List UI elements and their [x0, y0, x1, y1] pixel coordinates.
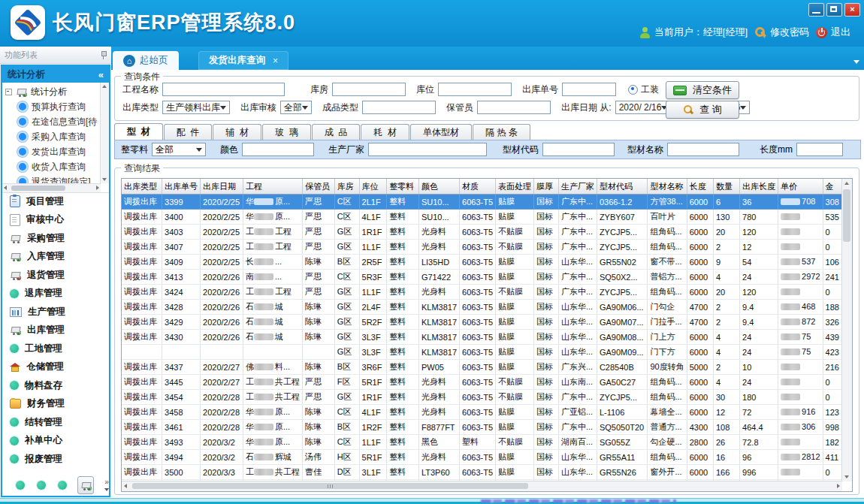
column-header[interactable]: 表面处理: [496, 179, 534, 195]
table-row[interactable]: 调拨出库34612020/2/28华原...陈琳B区1R2F整料F8877FT6…: [122, 420, 842, 435]
radio-selected-icon[interactable]: [628, 85, 638, 95]
scrollbar-thumb[interactable]: [132, 483, 528, 489]
profile-name-input[interactable]: [667, 143, 739, 156]
column-header[interactable]: 型材名称: [648, 179, 687, 195]
table-row[interactable]: 调拨出库34302020/2/26石城陈琳G区3L3F整料KLM38176063…: [122, 330, 842, 345]
material-tab[interactable]: 辅 材: [213, 124, 261, 140]
column-header[interactable]: 材质: [460, 179, 496, 195]
column-header[interactable]: 库房: [334, 179, 359, 195]
table-row[interactable]: 调拨出库34292020/2/26石城陈琳G区5R2F整料KLM38176063…: [122, 315, 842, 330]
tab-list-dropdown-icon[interactable]: [853, 60, 859, 64]
close-button[interactable]: ×: [844, 3, 860, 17]
table-row[interactable]: 调拨出库34372020/2/27佛料...陈琳B区3R6F整料PW056063…: [122, 360, 842, 375]
tab-home[interactable]: 起始页: [113, 51, 179, 70]
table-row[interactable]: 调拨出库34092020/2/25长...陈琳B区2R5F整料LI35HD606…: [122, 255, 842, 270]
radio-gongzhuang[interactable]: 工装: [628, 83, 659, 96]
sidebar-menu-item[interactable]: 出库管理: [2, 321, 109, 340]
material-tab[interactable]: 隔 热 条: [473, 124, 530, 140]
column-header[interactable]: 型材代码: [597, 179, 648, 195]
search-button[interactable]: 查 询: [666, 101, 739, 119]
table-row[interactable]: 调拨出库33992020/2/25华原...严思C区2L1F整料SU10...6…: [122, 195, 842, 210]
tree-item[interactable]: 发货出库查询: [5, 144, 100, 159]
tab-close-icon[interactable]: ×: [273, 56, 278, 66]
location-input[interactable]: [438, 83, 512, 96]
table-row[interactable]: 调拨出库34282020/2/26石城陈琳G区2L4F整料KLM38176063…: [122, 300, 842, 315]
logout-button[interactable]: 退出: [816, 26, 850, 39]
column-header[interactable]: 保管员: [302, 179, 334, 195]
length-input[interactable]: [796, 143, 843, 156]
tree-item[interactable]: 预算执行查询: [5, 99, 100, 114]
sidebar-menu-item[interactable]: 工地管理: [2, 340, 109, 358]
column-header[interactable]: 单价: [778, 179, 823, 195]
minimize-button[interactable]: [808, 3, 824, 17]
tree-item[interactable]: 采购入库查询: [5, 129, 100, 144]
column-header[interactable]: 膜厚: [534, 179, 559, 195]
grid-vertical-scrollbar[interactable]: [841, 179, 852, 481]
sidebar-menu-item[interactable]: 入库管理: [2, 248, 109, 267]
material-tab[interactable]: 成 品: [312, 124, 361, 140]
tree-expander-icon[interactable]: [5, 89, 12, 95]
table-row[interactable]: 调拨出库34242020/2/26工工程严思G区1L1F整料光身料6063-T5…: [122, 285, 842, 300]
material-tab[interactable]: 配 件: [164, 124, 213, 140]
warehouse-input[interactable]: [332, 83, 406, 96]
sidebar-menu-item[interactable]: 补单中心: [2, 432, 109, 451]
column-header[interactable]: 出库类型: [122, 179, 162, 195]
sidebar-menu-item[interactable]: 退库管理: [2, 285, 109, 303]
change-password-button[interactable]: 修改密码: [754, 26, 809, 39]
table-row[interactable]: 调拨出库34542020/2/28工共工程严思G区1R1F整料光身料6063-T…: [122, 390, 842, 405]
table-row[interactable]: 调拨出库34942020/3/2石辉城汤伟H区5R1F整料光身料6063-T5贴…: [122, 450, 842, 465]
green-circle-icon[interactable]: [16, 481, 25, 490]
column-header[interactable]: 颜色: [418, 179, 459, 195]
more-chevron-button[interactable]: »: [104, 478, 109, 492]
sidebar-menu-item[interactable]: 物料盘存: [2, 376, 109, 395]
tree-item[interactable]: 收货入库查询: [5, 159, 100, 174]
project-name-input[interactable]: [162, 83, 285, 96]
color-input[interactable]: [242, 143, 314, 156]
tab-shipping-query[interactable]: 发货出库查询 ×: [198, 51, 289, 70]
profile-code-input[interactable]: [542, 143, 615, 156]
material-tab[interactable]: 单体型材: [410, 124, 472, 140]
tree-item[interactable]: 在途信息查询[待: [5, 114, 100, 129]
maximize-button[interactable]: [826, 3, 842, 17]
audit-select[interactable]: 全部: [280, 101, 312, 114]
keeper-input[interactable]: [477, 101, 551, 114]
column-header[interactable]: 出库日期: [201, 179, 243, 195]
scroll-right-icon[interactable]: [96, 186, 99, 190]
scroll-up-icon[interactable]: [844, 182, 849, 185]
scroll-left-icon[interactable]: [124, 484, 127, 488]
column-header[interactable]: 长度: [687, 179, 713, 195]
column-header[interactable]: 数量: [713, 179, 739, 195]
table-row[interactable]: 调拨出库34582020/2/28华原...陈琳C区4L1F整料光身料6063-…: [122, 405, 842, 420]
tree-vertical-scrollbar[interactable]: [100, 83, 109, 183]
product-type-input[interactable]: [362, 101, 436, 114]
green-circle-icon[interactable]: [58, 481, 67, 490]
column-header[interactable]: 整零料: [387, 179, 419, 195]
sidebar-menu-item[interactable]: 项目管理: [2, 192, 109, 211]
sidebar-menu-item[interactable]: 报废管理: [2, 450, 109, 469]
cart-shortcut-button[interactable]: [77, 476, 94, 494]
material-tab[interactable]: 玻 璃: [262, 124, 311, 140]
column-header[interactable]: 库位: [359, 179, 387, 195]
table-row[interactable]: 调拨出库34932020/3/2华原...陈琳C区1L1F整料黑色塑料不贴膜国标…: [122, 435, 842, 450]
out-type-select[interactable]: 生产领料出库: [162, 101, 230, 114]
sidebar-menu-item[interactable]: 审核中心: [2, 211, 109, 230]
table-row[interactable]: 调拨出库34452020/2/27工共工程严思F区5R1F整料光身料6063-T…: [122, 375, 842, 390]
green-circle-icon[interactable]: [37, 481, 46, 490]
scroll-up-icon[interactable]: [102, 85, 107, 88]
table-row[interactable]: 调拨出库34072020/2/25工工程严思G区1L1F整料光身料6063-T5…: [122, 240, 842, 255]
stats-group-header[interactable]: 统计分析 «: [2, 66, 109, 83]
material-tab[interactable]: 耗 材: [361, 124, 409, 140]
pin-icon[interactable]: [100, 51, 107, 59]
column-header[interactable]: 出库单号: [162, 179, 201, 195]
scroll-down-icon[interactable]: [102, 178, 107, 181]
column-header[interactable]: 出库长度: [740, 179, 778, 195]
sidebar-menu-item[interactable]: 采购管理: [2, 229, 109, 248]
table-row[interactable]: 调拨出库34132020/2/26南...严思C区5R3F整料G71422606…: [122, 270, 842, 285]
sidebar-menu-item[interactable]: 仓储管理: [2, 358, 109, 377]
clear-conditions-button[interactable]: 清空条件: [666, 81, 739, 99]
column-header[interactable]: 生产厂家: [558, 179, 597, 195]
scrollbar-thumb[interactable]: [843, 189, 850, 242]
tree-horizontal-scrollbar[interactable]: [2, 183, 101, 192]
order-no-input[interactable]: [562, 83, 616, 96]
scroll-left-icon[interactable]: [4, 186, 7, 190]
